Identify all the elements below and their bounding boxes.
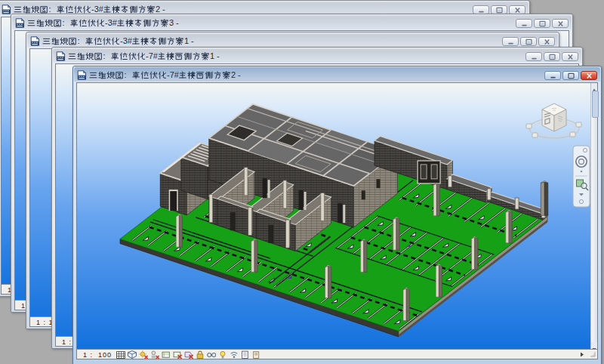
svg-text::: : (62, 19, 64, 27)
svg-text::: : (77, 37, 79, 45)
svg-text:-7#: -7# (167, 71, 180, 79)
svg-text:1 -: 1 - (210, 52, 220, 60)
svg-text::: : (124, 71, 126, 79)
svg-text:3 -: 3 - (169, 19, 179, 27)
svg-text:-7#: -7# (146, 52, 159, 60)
svg-text::: : (48, 5, 51, 14)
svg-text:2 -: 2 - (156, 5, 165, 14)
svg-text:-3#: -3# (105, 19, 118, 27)
svg-text::: : (103, 52, 105, 60)
svg-text:2 -: 2 - (231, 71, 241, 79)
svg-text:-3#: -3# (120, 37, 133, 45)
svg-text:1 -: 1 - (184, 37, 194, 45)
svg-text:-3#: -3# (91, 5, 104, 14)
